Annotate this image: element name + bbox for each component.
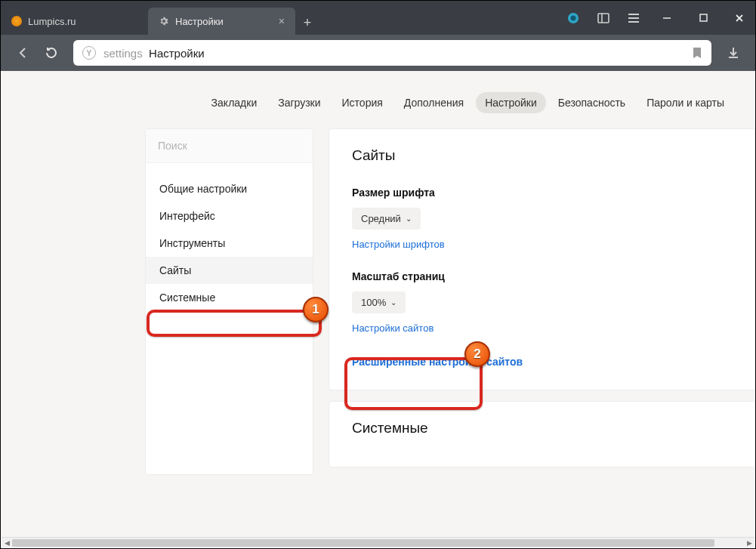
- sidebar-item-tools[interactable]: Инструменты: [146, 230, 313, 257]
- menu-icon[interactable]: [627, 11, 640, 25]
- tab-settings[interactable]: Настройки ×: [148, 8, 295, 35]
- search-input[interactable]: Поиск: [146, 129, 313, 163]
- topnav-history[interactable]: История: [333, 92, 392, 113]
- scroll-left-icon[interactable]: ◀: [2, 538, 12, 548]
- font-size-label: Размер шрифта: [352, 187, 733, 199]
- tab-title: Lumpics.ru: [28, 16, 76, 27]
- font-size-value: Средний: [361, 213, 401, 224]
- sidebar-item-interface[interactable]: Интерфейс: [146, 202, 313, 230]
- minimize-button[interactable]: [657, 8, 677, 28]
- sites-settings-link[interactable]: Настройки сайтов: [352, 322, 434, 334]
- tab-title: Настройки: [175, 16, 224, 27]
- topnav-security[interactable]: Безопасность: [549, 92, 634, 113]
- back-button[interactable]: [16, 46, 29, 60]
- address-text: settings Настройки: [103, 47, 205, 60]
- topnav-addons[interactable]: Дополнения: [395, 92, 473, 113]
- downloads-icon[interactable]: [727, 46, 740, 60]
- zoom-dropdown[interactable]: 100% ⌄: [352, 291, 406, 313]
- favicon-lumpics: [11, 16, 22, 26]
- svg-rect-2: [598, 14, 609, 23]
- card-title: Системные: [352, 420, 733, 436]
- bookmark-icon[interactable]: [692, 47, 702, 59]
- font-size-dropdown[interactable]: Средний ⌄: [352, 208, 421, 230]
- zoom-value: 100%: [361, 297, 386, 308]
- sidebar-item-general[interactable]: Общие настройки: [146, 175, 313, 202]
- svg-point-1: [571, 15, 576, 20]
- topnav-settings[interactable]: Настройки: [476, 92, 546, 113]
- zoom-label: Масштаб страниц: [352, 270, 733, 282]
- card-system: Системные: [329, 401, 754, 467]
- search-placeholder: Поиск: [158, 140, 187, 152]
- titlebar: Lumpics.ru Настройки × +: [1, 1, 755, 35]
- horizontal-scrollbar[interactable]: ◀ ▶: [2, 537, 754, 547]
- maximize-button[interactable]: [693, 8, 713, 28]
- chevron-down-icon: ⌄: [406, 214, 412, 223]
- advanced-sites-link[interactable]: Расширенные настройки сайтов: [352, 356, 523, 368]
- sidebar-item-sites[interactable]: Сайты: [146, 257, 313, 284]
- sidebar-item-system[interactable]: Системные: [146, 284, 313, 311]
- card-title: Сайты: [352, 147, 733, 164]
- tab-lumpics[interactable]: Lumpics.ru: [1, 8, 148, 35]
- profile-icon[interactable]: [566, 11, 580, 25]
- sidebar-toggle-icon[interactable]: [597, 11, 610, 25]
- close-button[interactable]: [730, 8, 749, 28]
- content-area: Закладки Загрузки История Дополнения Нас…: [2, 71, 754, 537]
- font-settings-link[interactable]: Настройки шрифтов: [352, 239, 445, 250]
- scroll-right-icon[interactable]: ▶: [744, 538, 754, 548]
- svg-rect-8: [700, 14, 707, 21]
- scrollbar-thumb[interactable]: [12, 539, 714, 547]
- gear-icon: [159, 16, 169, 26]
- reload-button[interactable]: [45, 46, 58, 60]
- yandex-icon: Y: [82, 46, 96, 60]
- navbar: Y settings Настройки: [1, 35, 755, 71]
- card-sites: Сайты Размер шрифта Средний ⌄ Настройки …: [329, 128, 754, 390]
- annotation-badge-2: 2: [464, 341, 490, 367]
- settings-topnav: Закладки Загрузки История Дополнения Нас…: [2, 71, 754, 128]
- topnav-bookmarks[interactable]: Закладки: [202, 92, 267, 113]
- annotation-badge-1: 1: [303, 297, 329, 322]
- close-icon[interactable]: ×: [279, 15, 285, 27]
- address-bar[interactable]: Y settings Настройки: [73, 40, 711, 66]
- new-tab-button[interactable]: +: [295, 11, 319, 35]
- settings-sidebar: Поиск Общие настройки Интерфейс Инструме…: [145, 128, 313, 475]
- topnav-downloads[interactable]: Загрузки: [269, 92, 329, 113]
- topnav-passwords[interactable]: Пароли и карты: [637, 92, 733, 113]
- chevron-down-icon: ⌄: [390, 298, 397, 307]
